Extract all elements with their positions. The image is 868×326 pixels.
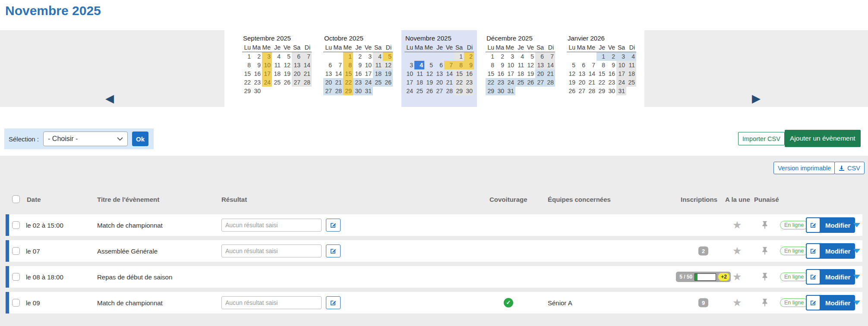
calendar-day[interactable]: 24 bbox=[616, 78, 626, 87]
calendar-day[interactable]: 3 bbox=[616, 52, 626, 61]
calendar-day[interactable]: 2 bbox=[464, 52, 474, 61]
calendar-day[interactable]: 20 bbox=[577, 78, 587, 87]
calendar-day[interactable]: 10 bbox=[404, 69, 414, 78]
calendar-day[interactable]: 12 bbox=[424, 69, 434, 78]
calendar-day[interactable]: 14 bbox=[587, 69, 597, 78]
calendar-day[interactable]: 24 bbox=[262, 78, 272, 87]
calendar-day[interactable]: 16 bbox=[252, 69, 262, 78]
row-dropdown-caret-icon[interactable] bbox=[853, 301, 860, 305]
calendar-day[interactable]: 28 bbox=[444, 87, 454, 95]
calendar-day[interactable]: 28 bbox=[302, 78, 312, 87]
calendar-day[interactable]: 12 bbox=[525, 61, 535, 69]
calendar-day[interactable]: 2 bbox=[496, 52, 505, 61]
calendar-day[interactable]: 11 bbox=[373, 61, 383, 69]
calendar-day[interactable]: 14 bbox=[545, 61, 555, 69]
calendar-day[interactable]: 11 bbox=[414, 69, 424, 78]
result-input[interactable] bbox=[221, 244, 322, 257]
calendar-day[interactable]: 8 bbox=[242, 61, 252, 69]
calendar-day[interactable]: 10 bbox=[616, 61, 626, 69]
modify-button[interactable]: Modifier bbox=[806, 243, 855, 259]
calendar-day[interactable]: 26 bbox=[567, 87, 577, 95]
result-input[interactable] bbox=[221, 296, 322, 309]
calendar-day[interactable]: 4 bbox=[272, 52, 282, 61]
calendar-day[interactable]: 4 bbox=[373, 52, 383, 61]
calendar-day[interactable]: 27 bbox=[434, 87, 444, 95]
calendar-day[interactable]: 27 bbox=[535, 78, 545, 87]
row-dropdown-caret-icon[interactable] bbox=[853, 223, 860, 227]
calendar-day[interactable]: 29 bbox=[343, 87, 353, 95]
calendar-day[interactable]: 31 bbox=[505, 87, 515, 95]
row-checkbox[interactable] bbox=[12, 221, 20, 229]
calendar-day[interactable]: 17 bbox=[505, 69, 515, 78]
modify-button[interactable]: Modifier bbox=[806, 269, 855, 285]
calendar-day[interactable]: 15 bbox=[597, 69, 606, 78]
calendar-day[interactable]: 23 bbox=[606, 78, 616, 87]
calendar-day[interactable]: 18 bbox=[373, 69, 383, 78]
calendar-day[interactable]: 23 bbox=[496, 78, 505, 87]
featured-star-icon[interactable]: ★ bbox=[732, 220, 742, 230]
calendar-day[interactable]: 11 bbox=[626, 61, 636, 69]
calendar-day[interactable]: 13 bbox=[434, 69, 444, 78]
modify-button[interactable]: Modifier bbox=[806, 217, 855, 233]
calendar-day[interactable]: 24 bbox=[363, 78, 373, 87]
row-checkbox[interactable] bbox=[12, 299, 20, 307]
calendar-day[interactable]: 8 bbox=[486, 61, 496, 69]
csv-export-button[interactable]: CSV bbox=[834, 162, 865, 174]
calendar-day[interactable]: 3 bbox=[262, 52, 272, 61]
calendar-day[interactable]: 20 bbox=[323, 78, 333, 87]
calendar-day[interactable]: 28 bbox=[587, 87, 597, 95]
pinned-pin-icon[interactable] bbox=[762, 247, 768, 255]
calendar-day[interactable]: 13 bbox=[292, 61, 302, 69]
row-dropdown-caret-icon[interactable] bbox=[853, 249, 860, 253]
calendar-day[interactable]: 22 bbox=[242, 78, 252, 87]
modify-button[interactable]: Modifier bbox=[806, 295, 855, 310]
calendar-day[interactable]: 8 bbox=[343, 61, 353, 69]
calendar-day[interactable]: 25 bbox=[414, 87, 424, 95]
calendar-day[interactable]: 7 bbox=[545, 52, 555, 61]
printable-version-button[interactable]: Version imprimable bbox=[773, 162, 835, 174]
calendar-day[interactable]: 12 bbox=[567, 69, 577, 78]
calendar-day[interactable]: 30 bbox=[464, 87, 474, 95]
calendar-day[interactable]: 29 bbox=[597, 87, 606, 95]
calendar-day[interactable]: 2 bbox=[353, 52, 363, 61]
pinned-pin-icon[interactable] bbox=[762, 221, 768, 229]
calendar-day[interactable]: 31 bbox=[616, 87, 626, 95]
calendar-day[interactable]: 25 bbox=[272, 78, 282, 87]
calendar-day[interactable]: 4 bbox=[414, 61, 424, 69]
calendar-day[interactable]: 5 bbox=[383, 52, 393, 61]
calendar-day[interactable]: 15 bbox=[454, 69, 464, 78]
calendar-day[interactable]: 4 bbox=[626, 52, 636, 61]
calendar-day[interactable]: 16 bbox=[464, 69, 474, 78]
calendar-day[interactable]: 22 bbox=[343, 78, 353, 87]
calendar-day[interactable]: 20 bbox=[434, 78, 444, 87]
calendar-day[interactable]: 20 bbox=[292, 69, 302, 78]
calendar-day[interactable]: 24 bbox=[505, 78, 515, 87]
calendar-day[interactable]: 23 bbox=[464, 78, 474, 87]
calendar-day[interactable]: 1 bbox=[454, 52, 464, 61]
calendar-day[interactable]: 9 bbox=[464, 61, 474, 69]
calendar-day[interactable]: 7 bbox=[302, 52, 312, 61]
calendar-day[interactable]: 7 bbox=[333, 61, 343, 69]
calendar-day[interactable]: 10 bbox=[262, 61, 272, 69]
calendar-day[interactable]: 29 bbox=[242, 87, 252, 95]
calendar-day[interactable]: 21 bbox=[302, 69, 312, 78]
calendar-day[interactable]: 1 bbox=[242, 52, 252, 61]
calendar-day[interactable]: 5 bbox=[282, 52, 292, 61]
add-event-button[interactable]: Ajouter un évènement bbox=[785, 130, 861, 147]
calendar-day[interactable]: 16 bbox=[606, 69, 616, 78]
edit-result-button[interactable] bbox=[326, 244, 341, 257]
calendar-day[interactable]: 25 bbox=[515, 78, 525, 87]
edit-result-button[interactable] bbox=[326, 296, 341, 309]
calendar-day[interactable]: 22 bbox=[597, 78, 606, 87]
calendar-day[interactable]: 19 bbox=[424, 78, 434, 87]
calendar-day[interactable]: 1 bbox=[486, 52, 496, 61]
calendar-day[interactable]: 7 bbox=[444, 61, 454, 69]
pinned-pin-icon[interactable] bbox=[762, 273, 768, 281]
calendar-day[interactable]: 15 bbox=[242, 69, 252, 78]
calendar-day[interactable]: 7 bbox=[587, 61, 597, 69]
calendar-day[interactable]: 30 bbox=[353, 87, 363, 95]
featured-star-icon[interactable]: ★ bbox=[732, 246, 742, 256]
calendar-day[interactable]: 23 bbox=[353, 78, 363, 87]
calendar-day[interactable]: 18 bbox=[414, 78, 424, 87]
calendar-day[interactable]: 3 bbox=[505, 52, 515, 61]
